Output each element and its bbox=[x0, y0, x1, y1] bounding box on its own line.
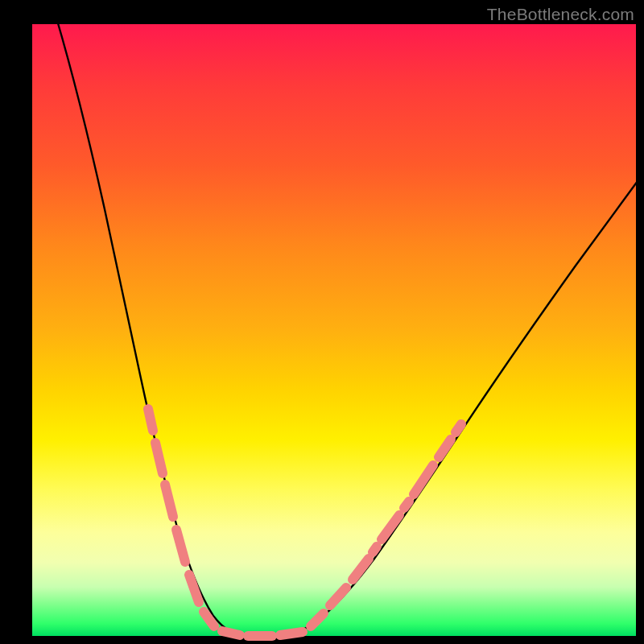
salmon-dash bbox=[222, 631, 240, 635]
salmon-dash bbox=[189, 575, 199, 602]
salmon-dash bbox=[176, 530, 185, 562]
salmon-dashes-valley bbox=[222, 631, 303, 636]
salmon-dash bbox=[439, 440, 451, 457]
salmon-dash bbox=[373, 547, 377, 552]
salmon-dashes-left bbox=[148, 409, 214, 626]
salmon-dash bbox=[456, 424, 461, 432]
bottleneck-curve bbox=[56, 18, 638, 636]
watermark-text: TheBottleneck.com bbox=[487, 5, 634, 24]
salmon-dash bbox=[414, 465, 433, 494]
salmon-dashes-right bbox=[311, 424, 461, 626]
salmon-dash bbox=[148, 409, 153, 431]
salmon-dash bbox=[330, 588, 346, 605]
chart-frame: TheBottleneck.com bbox=[0, 0, 644, 644]
salmon-dash bbox=[353, 559, 369, 580]
salmon-dash bbox=[165, 485, 173, 517]
curve-svg bbox=[32, 24, 636, 636]
salmon-dash bbox=[280, 632, 303, 635]
salmon-dash bbox=[404, 502, 409, 508]
plot-area bbox=[32, 24, 636, 636]
salmon-dash bbox=[155, 443, 163, 473]
salmon-dash bbox=[311, 613, 324, 626]
